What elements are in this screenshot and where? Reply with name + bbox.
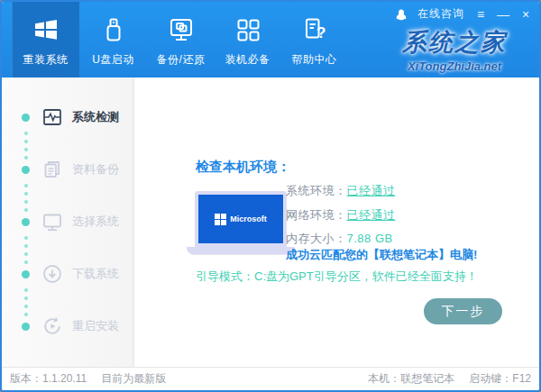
check-row-system: 系统环境：已经通过 xyxy=(286,183,396,199)
boot-key-text: 启动键：F12 xyxy=(469,371,531,387)
qq-icon xyxy=(395,8,408,21)
next-step-button[interactable]: 下一步 xyxy=(424,298,502,324)
step-dot xyxy=(22,114,30,122)
step-choose-system[interactable]: 选择系统 xyxy=(2,208,133,235)
check-row-network: 网络环境：已经通过 xyxy=(286,207,396,223)
windows-logo-icon xyxy=(32,15,60,44)
tab-label: 装机必备 xyxy=(214,52,281,68)
app-grid-icon xyxy=(234,15,262,44)
tab-reinstall-system[interactable]: 重装系统 xyxy=(12,2,79,77)
choose-system-icon xyxy=(41,211,63,232)
machine-text: 本机：联想笔记本 xyxy=(368,371,454,387)
step-system-detect[interactable]: 系统检测 xyxy=(2,104,133,131)
laptop-base xyxy=(187,247,295,254)
help-document-icon: ? xyxy=(300,15,329,44)
tab-label: 备份/还原 xyxy=(147,52,215,68)
online-consult-link[interactable]: 在线咨询 xyxy=(417,6,464,22)
steps-sidebar: 系统检测 资料备份 xyxy=(2,77,134,367)
tab-essential-apps[interactable]: 装机必备 xyxy=(214,2,281,77)
step-dot xyxy=(22,166,30,174)
step-restart-install[interactable]: 重启安装 xyxy=(2,313,133,340)
app-window: 重装系统 U盘启动 xyxy=(0,0,541,392)
tab-label: 重装系统 xyxy=(12,52,79,68)
microsoft-logo-icon xyxy=(215,214,226,225)
menu-icon[interactable]: ≡ xyxy=(474,8,487,21)
tab-label: 帮助中心 xyxy=(280,52,348,68)
titlebar: 在线咨询 ≡ — × xyxy=(395,6,532,22)
check-label: 网络环境： xyxy=(286,208,347,222)
tab-help-center[interactable]: ? 帮助中心 xyxy=(280,2,348,77)
page-title: 检查本机环境： xyxy=(196,159,290,176)
data-backup-icon xyxy=(41,159,63,180)
main-content: 检查本机环境： Microsoft 系统环境：已经通过 网络环境：已经通过 内存… xyxy=(136,77,539,367)
check-label: 内存大小： xyxy=(286,232,347,245)
boot-mode-message: 引导模式：C:盘为GPT引导分区，软件已经全面支持！ xyxy=(196,269,478,285)
check-value[interactable]: 已经通过 xyxy=(347,184,396,197)
minimize-icon[interactable]: — xyxy=(497,8,509,21)
cloud-match-message: 成功云匹配您的【联想笔记本】电脑! xyxy=(286,247,477,263)
check-value: 7.88 GB xyxy=(347,232,393,245)
step-download-system[interactable]: 下载系统 xyxy=(2,260,133,287)
step-dot xyxy=(22,218,30,226)
version-text: 版本：1.1.20.11 xyxy=(10,371,87,387)
laptop-graphic: Microsoft xyxy=(187,191,295,254)
brand-logo: 系统之家 XiTongZhiJia.net xyxy=(381,26,528,73)
check-row-memory: 内存大小：7.88 GB xyxy=(286,231,393,247)
step-data-backup[interactable]: 资料备份 xyxy=(2,156,133,183)
tab-label: U盘启动 xyxy=(79,52,147,68)
backup-restore-icon xyxy=(167,15,196,44)
system-detect-icon xyxy=(41,106,63,128)
download-system-icon xyxy=(41,263,63,285)
header: 重装系统 U盘启动 xyxy=(2,2,539,77)
check-value[interactable]: 已经通过 xyxy=(347,208,396,222)
restart-install-icon xyxy=(41,315,63,337)
check-label: 系统环境： xyxy=(286,184,347,197)
step-dot xyxy=(22,323,30,331)
usb-drive-icon xyxy=(99,15,128,44)
brand-subtitle: XiTongZhiJia.net xyxy=(381,59,528,73)
microsoft-logo-text: Microsoft xyxy=(230,214,267,223)
status-bar: 版本：1.1.20.11 目前为最新版 本机：联想笔记本 启动键：F12 xyxy=(2,367,539,390)
tab-backup-restore[interactable]: 备份/还原 xyxy=(147,2,215,77)
step-dot xyxy=(22,270,30,278)
svg-text:?: ? xyxy=(316,24,326,41)
brand-title: 系统之家 xyxy=(381,26,528,59)
tab-usb-boot[interactable]: U盘启动 xyxy=(79,2,147,77)
latest-version-text: 目前为最新版 xyxy=(101,371,166,387)
close-icon[interactable]: × xyxy=(519,8,532,21)
